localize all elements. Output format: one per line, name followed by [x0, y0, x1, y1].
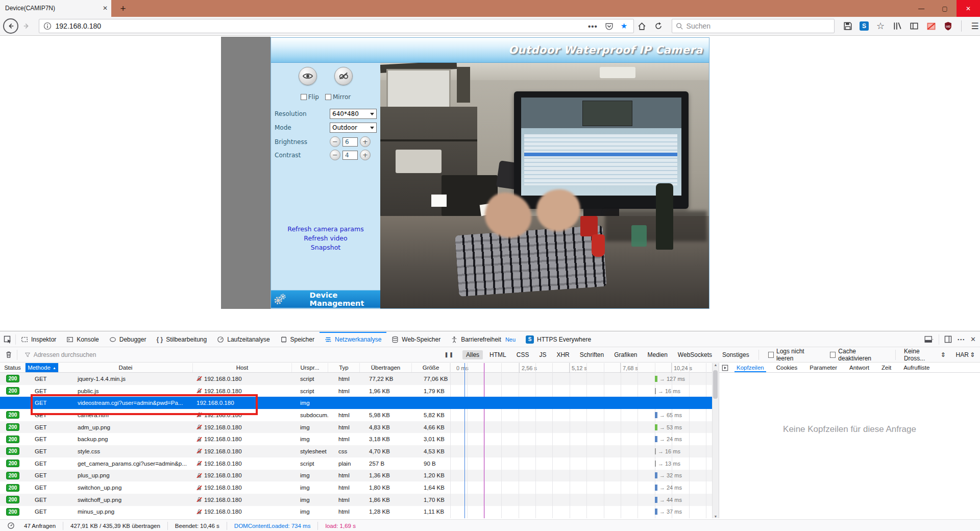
har-dropdown[interactable]: HAR⇕: [956, 351, 975, 358]
detail-tab-zeit[interactable]: Zeit: [875, 363, 897, 372]
disable-cache-checkbox[interactable]: Cache deaktivieren: [830, 348, 887, 362]
refresh-params-link[interactable]: Refresh camera params: [287, 225, 363, 233]
extension-s-icon[interactable]: S: [860, 21, 869, 31]
tab-barrierefreiheit[interactable]: Barrierefreiheit Neu: [446, 332, 521, 347]
bookmark-star-icon[interactable]: ★: [621, 21, 627, 31]
filter-html[interactable]: HTML: [486, 350, 510, 359]
tab-inspektor[interactable]: Inspektor: [16, 332, 61, 347]
detail-tab-antwort[interactable]: Antwort: [843, 363, 875, 372]
table-row[interactable]: GET videostream.cgi?user=admin&pwd=Pa...…: [0, 397, 712, 409]
element-picker-button[interactable]: [0, 335, 15, 344]
scrollbar-thumb[interactable]: [713, 370, 718, 399]
throttle-dropdown[interactable]: Keine Dross...⇕: [904, 348, 946, 362]
tab-laufzeitanalyse[interactable]: Laufzeitanalyse: [212, 332, 275, 347]
brightness-value[interactable]: 6: [342, 137, 358, 147]
tab-https-everywhere[interactable]: S HTTPS Everywhere: [521, 332, 596, 347]
ublock-shield-icon[interactable]: UO: [943, 21, 953, 31]
disable-cache-box[interactable]: [830, 352, 836, 358]
snapshot-link[interactable]: Snapshot: [311, 244, 340, 251]
pocket-icon[interactable]: [605, 22, 614, 31]
table-row[interactable]: 200 GET adm_up.png 192.168.0.180 img htm…: [0, 421, 712, 433]
flip-checkbox-box[interactable]: [301, 94, 307, 100]
filter-websockets[interactable]: WebSockets: [674, 350, 716, 359]
column-uebertragen[interactable]: Übertragen: [360, 363, 412, 372]
detail-tab-kopfzeilen[interactable]: Kopfzeilen: [730, 363, 770, 372]
filter-medien[interactable]: Medien: [644, 350, 671, 359]
library-icon[interactable]: [892, 21, 902, 31]
tab-web-speicher[interactable]: Web-Speicher: [386, 332, 446, 347]
table-row[interactable]: 200 GET switchoff_up.png 192.168.0.180 i…: [0, 494, 712, 506]
table-row[interactable]: 200 GET get_camera_params.cgi?user=admin…: [0, 457, 712, 470]
clear-requests-button[interactable]: [4, 350, 14, 360]
home-button[interactable]: [634, 18, 650, 34]
filter-schriften[interactable]: Schriften: [576, 350, 607, 359]
column-methode[interactable]: Methode▲: [26, 363, 59, 372]
tab-konsole[interactable]: Konsole: [61, 332, 104, 347]
new-tab-button[interactable]: +: [115, 0, 131, 17]
resolution-select[interactable]: 640*480: [330, 109, 377, 119]
scroll-down-icon[interactable]: ▼: [714, 515, 718, 518]
menu-icon[interactable]: ☰: [970, 21, 980, 31]
pause-traffic-button[interactable]: ❚❚: [444, 352, 454, 357]
tab-speicher[interactable]: Speicher: [275, 332, 320, 347]
browser-tab[interactable]: Device(CAMIP7N) ✕: [0, 0, 111, 17]
refresh-video-link[interactable]: Refresh video: [304, 234, 347, 242]
table-row[interactable]: 200 GET switchon_up.png 192.168.0.180 im…: [0, 481, 712, 494]
brightness-plus-button[interactable]: +: [360, 136, 371, 147]
contrast-minus-button[interactable]: −: [330, 150, 340, 160]
view-off-button[interactable]: [334, 67, 353, 85]
persist-logs-box[interactable]: [768, 352, 774, 358]
table-row[interactable]: 200 GET camera.htm 192.168.0.180 subdocu…: [0, 409, 712, 421]
filter-alles[interactable]: Alles: [462, 350, 483, 359]
bookmarks-star-icon[interactable]: ☆: [875, 21, 886, 31]
table-row[interactable]: 200 GET minus_up.png 192.168.0.180 img h…: [0, 506, 712, 518]
column-host[interactable]: Host: [193, 363, 292, 372]
page-actions-icon[interactable]: •••: [588, 22, 598, 31]
devtools-menu-icon[interactable]: ⋯: [957, 335, 965, 344]
column-datei[interactable]: Datei: [59, 363, 193, 372]
tab-debugger[interactable]: Debugger: [104, 332, 152, 347]
minimize-button[interactable]: —: [910, 0, 933, 17]
devtools-close-icon[interactable]: ✕: [970, 335, 976, 343]
mode-select[interactable]: Outdoor: [330, 123, 377, 133]
filter-xhr[interactable]: XHR: [553, 350, 573, 359]
toggle-panel-icon[interactable]: [719, 365, 730, 371]
column-ursprung[interactable]: Urspr...: [292, 363, 328, 372]
table-row[interactable]: 200 GET style.css 192.168.0.180 styleshe…: [0, 445, 712, 457]
filter-url-input[interactable]: Adressen durchsuchen: [24, 351, 445, 358]
split-console-icon[interactable]: [944, 335, 952, 343]
image-blocker-icon[interactable]: [926, 21, 936, 31]
detail-tab-cookies[interactable]: Cookies: [770, 363, 804, 372]
persist-logs-checkbox[interactable]: Logs nicht leeren: [768, 348, 820, 362]
tab-netzwerkanalyse[interactable]: Netzwerkanalyse: [320, 332, 386, 347]
column-status[interactable]: Status: [0, 363, 26, 372]
search-bar[interactable]: Suchen: [672, 19, 835, 33]
address-bar[interactable]: 192.168.0.180 ••• ★: [39, 19, 634, 33]
table-row[interactable]: 200 GET backup.png 192.168.0.180 img htm…: [0, 433, 712, 445]
sidebar-icon[interactable]: [909, 21, 919, 31]
tab-stilbearbeitung[interactable]: { } Stilbearbeitung: [151, 332, 212, 347]
url-text[interactable]: 192.168.0.180: [56, 22, 588, 30]
forward-button[interactable]: [18, 18, 35, 34]
tab-close-icon[interactable]: ✕: [99, 5, 111, 12]
filter-sonstiges[interactable]: Sonstiges: [719, 350, 753, 359]
flip-checkbox[interactable]: Flip: [301, 93, 319, 101]
maximize-button[interactable]: ▢: [933, 0, 957, 17]
contrast-value[interactable]: 4: [342, 151, 358, 160]
filter-js[interactable]: JS: [535, 350, 550, 359]
mirror-checkbox[interactable]: Mirror: [325, 93, 351, 101]
table-row[interactable]: 200 GET public.js 192.168.0.180 script h…: [0, 385, 712, 397]
filter-css[interactable]: CSS: [513, 350, 533, 359]
mirror-checkbox-box[interactable]: [325, 94, 331, 100]
back-button[interactable]: [3, 18, 18, 34]
contrast-plus-button[interactable]: +: [360, 150, 371, 160]
load-time[interactable]: load: 1,69 s: [318, 522, 362, 530]
dom-content-loaded-time[interactable]: DOMContentLoaded: 734 ms: [227, 522, 318, 530]
save-page-icon[interactable]: [843, 21, 853, 31]
scroll-up-icon[interactable]: ▲: [714, 363, 718, 367]
detail-tab-aufrufliste[interactable]: Aufrufliste: [897, 363, 936, 372]
column-groesse[interactable]: Größe: [412, 363, 450, 372]
detail-tab-parameter[interactable]: Parameter: [803, 363, 843, 372]
table-row[interactable]: 200 GET plus_up.png 192.168.0.180 img ht…: [0, 470, 712, 482]
perf-icon[interactable]: [0, 522, 17, 530]
